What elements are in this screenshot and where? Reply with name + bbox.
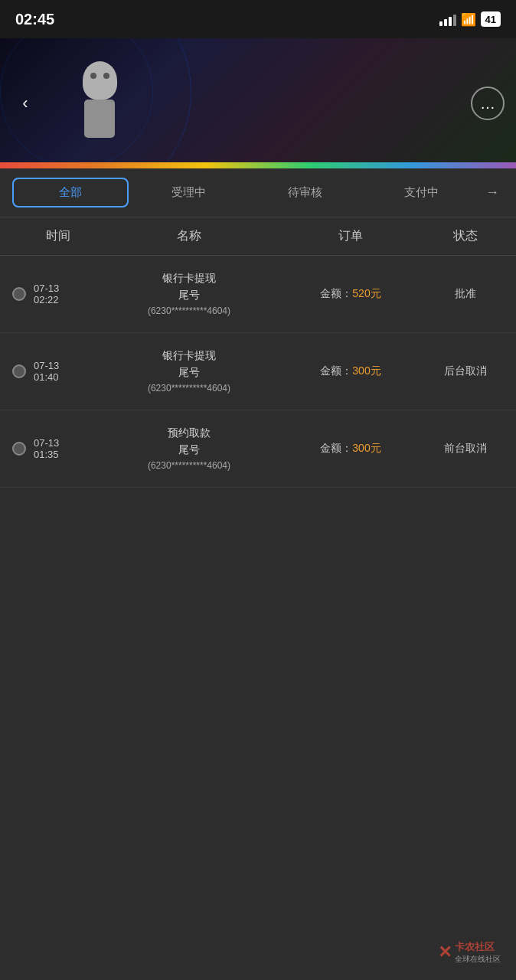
status-bar: 02:45 📶 41: [0, 0, 516, 38]
table-row[interactable]: 07-13 01:40 银行卡提现 尾号 (6230**********4604…: [0, 333, 516, 410]
row-1-order: 金额：520元: [274, 287, 427, 301]
tab-more-arrow[interactable]: →: [481, 181, 504, 204]
wifi-icon: 📶: [461, 12, 476, 27]
col-header-order: 订单: [274, 228, 427, 244]
row-1-checkbox[interactable]: [12, 287, 26, 301]
banner-colorbar: [0, 162, 516, 168]
status-time: 02:45: [15, 11, 54, 28]
tab-processing[interactable]: 受理中: [132, 179, 245, 206]
watermark: ✕ 卡农社区 全球在线社区: [438, 940, 501, 965]
mascot-head: [83, 61, 117, 100]
row-2-checkbox[interactable]: [12, 364, 26, 378]
header-banner: ‹ …: [0, 38, 516, 168]
watermark-icon: ✕: [438, 942, 452, 962]
row-1-time-col: 07-13 02:22: [12, 283, 104, 305]
signal-icon: [439, 12, 456, 26]
mascot-body: [84, 100, 115, 138]
row-3-time: 07-13 01:35: [34, 437, 59, 460]
row-3-order: 金额：300元: [274, 442, 427, 456]
tab-pending[interactable]: 待审核: [248, 179, 361, 206]
row-3-time-col: 07-13 01:35: [12, 437, 104, 460]
row-2-status: 后台取消: [427, 364, 504, 378]
row-1-name: 银行卡提现 尾号 (6230**********4604): [104, 270, 274, 318]
table-row[interactable]: 07-13 02:22 银行卡提现 尾号 (6230**********4604…: [0, 256, 516, 333]
table-header: 时间 名称 订单 状态: [0, 217, 516, 256]
tab-paying[interactable]: 支付中: [364, 179, 478, 206]
col-header-time: 时间: [12, 228, 104, 244]
col-header-status: 状态: [427, 228, 504, 244]
col-header-name: 名称: [104, 228, 274, 244]
row-3-checkbox[interactable]: [12, 442, 26, 456]
watermark-text: 卡农社区 全球在线社区: [455, 940, 501, 965]
back-button[interactable]: ‹: [11, 90, 39, 117]
watermark-logo: ✕ 卡农社区 全球在线社区: [438, 940, 501, 965]
battery-indicator: 41: [481, 11, 501, 27]
row-3-status: 前台取消: [427, 442, 504, 456]
row-2-order: 金额：300元: [274, 364, 427, 378]
row-2-time-col: 07-13 01:40: [12, 360, 104, 383]
tab-bar: 全部 受理中 待审核 支付中 →: [0, 168, 516, 217]
row-1-status: 批准: [427, 287, 504, 301]
table-row[interactable]: 07-13 01:35 预约取款 尾号 (6230**********4604)…: [0, 410, 516, 488]
chat-button[interactable]: …: [471, 87, 505, 120]
row-3-name: 预约取款 尾号 (6230**********4604): [104, 424, 274, 473]
tab-all[interactable]: 全部: [12, 178, 129, 207]
row-2-name: 银行卡提现 尾号 (6230**********4604): [104, 347, 274, 396]
row-2-time: 07-13 01:40: [34, 360, 59, 383]
row-1-time: 07-13 02:22: [34, 283, 59, 305]
banner-mascot: [69, 54, 130, 145]
status-icons: 📶 41: [439, 11, 501, 27]
